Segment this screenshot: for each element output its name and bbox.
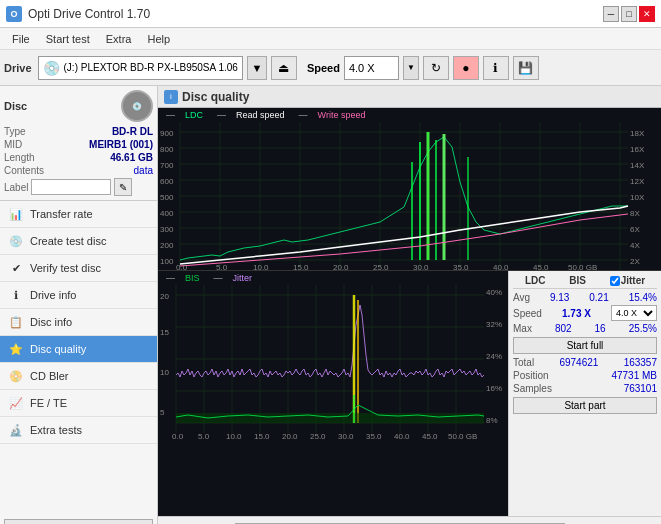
svg-text:18X: 18X: [630, 129, 645, 138]
extra-tests-label: Extra tests: [30, 424, 82, 436]
maximize-button[interactable]: □: [621, 6, 637, 22]
speed-dropdown-icon[interactable]: ▼: [403, 56, 419, 80]
eject-button[interactable]: ⏏: [271, 56, 297, 80]
svg-text:0.0: 0.0: [176, 263, 188, 270]
svg-text:20.0: 20.0: [333, 263, 349, 270]
sidebar-item-fe-te[interactable]: 📈 FE / TE: [0, 390, 157, 417]
nav-list: 📊 Transfer rate 💿 Create test disc ✔ Ver…: [0, 201, 157, 444]
read-speed-legend: Read speed: [236, 110, 285, 120]
cd-bler-icon: 📀: [8, 368, 24, 384]
save-button[interactable]: 💾: [513, 56, 539, 80]
svg-text:40.0: 40.0: [394, 432, 410, 440]
drive-selector[interactable]: 💿 (J:) PLEXTOR BD-R PX-LB950SA 1.06: [38, 56, 243, 80]
svg-text:6X: 6X: [630, 225, 640, 234]
write-speed-legend: Write speed: [318, 110, 366, 120]
fe-te-icon: 📈: [8, 395, 24, 411]
title-bar: O Opti Drive Control 1.70 ─ □ ✕: [0, 0, 661, 28]
disc-quality-label: Disc quality: [30, 343, 86, 355]
ldc-legend: LDC: [185, 110, 203, 120]
status-window-button[interactable]: Status window >>: [4, 519, 153, 524]
record-button[interactable]: ●: [453, 56, 479, 80]
contents-label: Contents: [4, 165, 44, 176]
svg-text:15: 15: [160, 328, 169, 337]
sidebar-item-cd-bler[interactable]: 📀 CD Bler: [0, 363, 157, 390]
speed-value: 4.0 X: [349, 62, 375, 74]
main-layout: Disc 💿 Type BD-R DL MID MEIRB1 (001) Len…: [0, 86, 661, 524]
top-chart-area: — LDC — Read speed — Write speed 900 800…: [158, 108, 661, 271]
drive-info-label: Drive info: [30, 289, 76, 301]
info-button[interactable]: ℹ: [483, 56, 509, 80]
svg-text:800: 800: [160, 145, 174, 154]
total-bis-value: 163357: [624, 357, 657, 368]
menu-file[interactable]: File: [4, 31, 38, 47]
jitter-checkbox[interactable]: [610, 276, 620, 286]
svg-text:10X: 10X: [630, 193, 645, 202]
jitter-legend: Jitter: [233, 273, 253, 283]
samples-value: 763101: [624, 383, 657, 394]
extra-tests-icon: 🔬: [8, 422, 24, 438]
sidebar-item-drive-info[interactable]: ℹ Drive info: [0, 282, 157, 309]
length-label: Length: [4, 152, 35, 163]
svg-text:900: 900: [160, 129, 174, 138]
svg-text:200: 200: [160, 241, 174, 250]
svg-text:45.0: 45.0: [422, 432, 438, 440]
menu-bar: File Start test Extra Help: [0, 28, 661, 50]
total-label: Total: [513, 357, 534, 368]
svg-text:50.0 GB: 50.0 GB: [568, 263, 597, 270]
svg-text:2X: 2X: [630, 257, 640, 266]
avg-row: Avg 9.13 0.21 15.4%: [513, 292, 657, 303]
create-test-disc-label: Create test disc: [30, 235, 106, 247]
speed-select-stats[interactable]: 4.0 X: [611, 305, 657, 321]
title-bar-controls: ─ □ ✕: [603, 6, 655, 22]
disc-mid-row: MID MEIRB1 (001): [4, 139, 153, 150]
mid-label: MID: [4, 139, 22, 150]
avg-jitter-value: 15.4%: [629, 292, 657, 303]
label-edit-button[interactable]: ✎: [114, 178, 132, 196]
menu-extra[interactable]: Extra: [98, 31, 140, 47]
bis-header: BIS: [569, 275, 586, 286]
svg-text:0.0: 0.0: [172, 432, 184, 440]
sidebar: Disc 💿 Type BD-R DL MID MEIRB1 (001) Len…: [0, 86, 158, 524]
refresh-button[interactable]: ↻: [423, 56, 449, 80]
speed-label: Speed: [307, 62, 340, 74]
close-button[interactable]: ✕: [639, 6, 655, 22]
menu-help[interactable]: Help: [139, 31, 178, 47]
menu-start-test[interactable]: Start test: [38, 31, 98, 47]
speed-selector[interactable]: 4.0 X: [344, 56, 399, 80]
bottom-chart-svg: 20 15 10 5 40% 32% 24% 16% 8%: [158, 285, 508, 440]
fe-te-label: FE / TE: [30, 397, 67, 409]
title-bar-left: O Opti Drive Control 1.70: [6, 6, 150, 22]
dropdown-arrow-icon[interactable]: ▼: [247, 56, 267, 80]
transfer-rate-label: Transfer rate: [30, 208, 93, 220]
svg-text:600: 600: [160, 177, 174, 186]
sidebar-item-disc-info[interactable]: 📋 Disc info: [0, 309, 157, 336]
bis-legend: BIS: [185, 273, 200, 283]
svg-text:100: 100: [160, 257, 174, 266]
start-full-button[interactable]: Start full: [513, 337, 657, 354]
svg-text:40.0: 40.0: [493, 263, 509, 270]
svg-text:20.0: 20.0: [282, 432, 298, 440]
create-test-disc-icon: 💿: [8, 233, 24, 249]
svg-text:50.0 GB: 50.0 GB: [448, 432, 477, 440]
sidebar-item-transfer-rate[interactable]: 📊 Transfer rate: [0, 201, 157, 228]
svg-text:10.0: 10.0: [226, 432, 242, 440]
cd-bler-label: CD Bler: [30, 370, 69, 382]
minimize-button[interactable]: ─: [603, 6, 619, 22]
sidebar-item-extra-tests[interactable]: 🔬 Extra tests: [0, 417, 157, 444]
sidebar-item-disc-quality[interactable]: ⭐ Disc quality: [0, 336, 157, 363]
progress-bar-area: Test completed 100.0% 66:26: [158, 516, 661, 524]
svg-text:10: 10: [160, 368, 169, 377]
avg-ldc-value: 9.13: [550, 292, 569, 303]
sidebar-item-create-test-disc[interactable]: 💿 Create test disc: [0, 228, 157, 255]
svg-text:500: 500: [160, 193, 174, 202]
sidebar-item-verify-test-disc[interactable]: ✔ Verify test disc: [0, 255, 157, 282]
disc-length-row: Length 46.61 GB: [4, 152, 153, 163]
disc-header: Disc 💿: [4, 90, 153, 122]
svg-text:8%: 8%: [486, 416, 498, 425]
total-ldc-value: 6974621: [559, 357, 598, 368]
label-input[interactable]: [31, 179, 111, 195]
svg-text:8X: 8X: [630, 209, 640, 218]
stats-header-row: LDC BIS Jitter: [513, 275, 657, 289]
quality-header: i Disc quality: [158, 86, 661, 108]
start-part-button[interactable]: Start part: [513, 397, 657, 414]
